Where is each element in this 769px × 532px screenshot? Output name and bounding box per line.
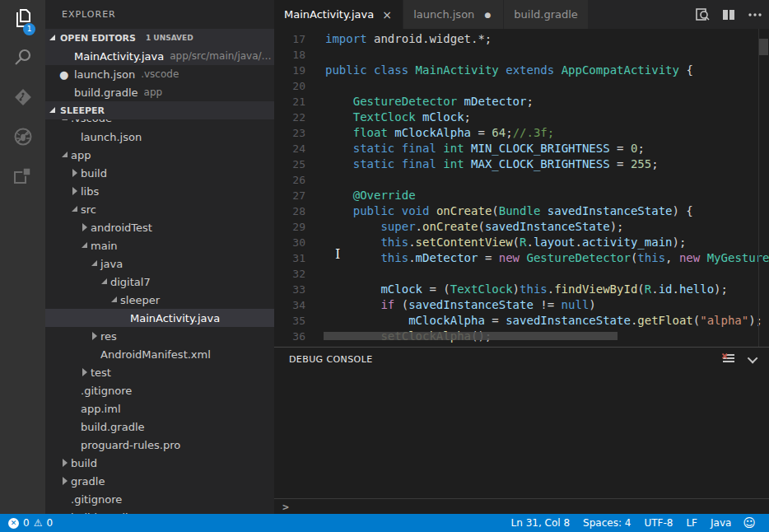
open-editors-list: MainActivity.javaapp/src/main/java/digit… xyxy=(45,47,274,101)
code-line-35[interactable]: 35 mClockAlpha = savedInstanceState.getF… xyxy=(274,313,769,329)
open-editor-item[interactable]: MainActivity.javaapp/src/main/java/digit… xyxy=(45,47,274,65)
code-line-32[interactable]: 32 xyxy=(274,266,769,282)
open-editor-path: .vscode xyxy=(141,68,179,80)
extensions-icon xyxy=(12,166,34,190)
code-line-28[interactable]: 28 public void onCreate(Bundle savedInst… xyxy=(274,203,769,219)
tree-item-digital7[interactable]: digital7 xyxy=(45,273,274,291)
line-content: if (savedInstanceState != null) xyxy=(325,297,596,313)
code-line-29[interactable]: 29 super.onCreate(savedInstanceState); xyxy=(274,219,769,235)
tree-item-res[interactable]: res xyxy=(45,327,274,345)
tree-item-gradle[interactable]: gradle xyxy=(45,472,274,490)
activitybar-debug[interactable] xyxy=(0,119,45,158)
tree-item-proguard-rules.pro[interactable]: proguard-rules.pro xyxy=(45,436,274,454)
tree-item-test[interactable]: test xyxy=(45,363,274,381)
problems-status[interactable]: ✕ 0 ⚠ 0 xyxy=(0,517,53,529)
feedback-smiley-icon[interactable]: ☺ xyxy=(738,516,761,530)
tree-item-app.iml[interactable]: app.iml xyxy=(45,399,274,418)
code-line-23[interactable]: 23 float mClockAlpha = 64;//.3f; xyxy=(274,125,769,141)
open-editor-item[interactable]: ●launch.json.vscode xyxy=(45,65,274,83)
status-item[interactable]: UTF-8 xyxy=(637,517,679,529)
tree-item-java[interactable]: java xyxy=(45,254,274,273)
tree-item-build.gradle[interactable]: build.gradle xyxy=(45,418,274,436)
status-item[interactable]: Java xyxy=(704,517,738,529)
code-line-19[interactable]: 19public class MainActivity extends AppC… xyxy=(274,63,769,78)
status-item[interactable]: Spaces: 4 xyxy=(576,517,637,529)
tree-item-build.gradle[interactable]: build.gradle xyxy=(45,508,274,514)
horizontal-scrollbar[interactable] xyxy=(324,332,618,340)
activity-bar: 1 xyxy=(0,0,45,514)
activitybar-extensions[interactable] xyxy=(0,158,45,198)
tab-build.gradle[interactable]: build.gradle xyxy=(504,0,589,29)
close-icon[interactable]: × xyxy=(381,8,393,21)
tree-section-header[interactable]: SLEEPER xyxy=(45,101,274,119)
clear-console-icon[interactable] xyxy=(722,353,735,365)
code-line-27[interactable]: 27 @Override xyxy=(274,188,769,203)
line-content: public void onCreate(Bundle savedInstanc… xyxy=(325,203,693,219)
line-content: GestureDetector mDetector; xyxy=(325,94,534,110)
code-line-34[interactable]: 34 if (savedInstanceState != null) xyxy=(274,297,769,313)
vertical-scrollbar-thumb[interactable] xyxy=(759,39,768,55)
tree-item-AndroidManifest.xml[interactable]: AndroidManifest.xml xyxy=(45,345,274,363)
activitybar-explorer[interactable]: 1 xyxy=(0,0,45,40)
line-number: 18 xyxy=(274,47,305,63)
code-line-20[interactable]: 20 xyxy=(274,78,769,94)
tree-item-label: MainActivity.java xyxy=(130,312,220,324)
tree-item-build[interactable]: build xyxy=(45,164,274,182)
tree-item-.gitignore[interactable]: .gitignore xyxy=(45,381,274,399)
line-number: 30 xyxy=(274,235,305,250)
tree-item-sleeper[interactable]: sleeper xyxy=(45,291,274,309)
open-editors-header[interactable]: OPEN EDITORS 1 UNSAVED xyxy=(45,29,274,47)
tab-launch.json[interactable]: launch.json● xyxy=(403,0,504,29)
line-number: 28 xyxy=(274,203,305,219)
explorer-sidebar: EXPLORER OPEN EDITORS 1 UNSAVED MainActi… xyxy=(45,0,274,514)
code-line-24[interactable]: 24 static final int MIN_CLOCK_BRIGHTNESS… xyxy=(274,141,769,156)
vertical-scrollbar-track[interactable] xyxy=(758,29,769,347)
status-item[interactable]: Ln 31, Col 8 xyxy=(505,517,577,529)
code-line-31[interactable]: 31 this.mDetector = new GestureDetector(… xyxy=(274,250,769,266)
open-editor-path: app/src/main/java/digit... xyxy=(170,50,274,62)
code-line-17[interactable]: 17import android.widget.*; xyxy=(274,31,769,47)
tree-item-label: proguard-rules.pro xyxy=(81,439,180,451)
tab-debug-console[interactable]: DEBUG CONSOLE xyxy=(289,354,373,365)
open-preview-icon[interactable] xyxy=(695,7,710,22)
tree-item-.gitignore[interactable]: .gitignore xyxy=(45,490,274,508)
tree-item-build[interactable]: build xyxy=(45,454,274,472)
code-line-26[interactable]: 26 xyxy=(274,172,769,188)
status-item[interactable]: LF xyxy=(679,517,704,529)
code-line-33[interactable]: 33 mClock = (TextClock)this.findViewById… xyxy=(274,282,769,297)
code-line-30[interactable]: 30 this.setContentView(R.layout.activity… xyxy=(274,235,769,250)
chevron-down-icon xyxy=(71,205,81,213)
tree-item-libs[interactable]: libs xyxy=(45,182,274,200)
code-line-22[interactable]: 22 TextClock mClock; xyxy=(274,110,769,125)
tree-item-launch.json[interactable]: launch.json xyxy=(45,128,274,146)
tree-item-main[interactable]: main xyxy=(45,236,274,254)
tab-MainActivity.java[interactable]: MainActivity.java× xyxy=(274,0,403,29)
collapse-panel-icon[interactable] xyxy=(750,356,757,363)
line-content: public class MainActivity extends AppCom… xyxy=(325,63,693,78)
more-actions-icon[interactable] xyxy=(748,7,762,22)
tree-item-MainActivity.java[interactable]: MainActivity.java xyxy=(45,309,274,327)
line-number: 22 xyxy=(274,110,305,125)
tree-item-app[interactable]: app xyxy=(45,146,274,164)
code-line-25[interactable]: 25 static final int MAX_CLOCK_BRIGHTNESS… xyxy=(274,156,769,172)
tree-item-.vscode[interactable]: .vscode xyxy=(45,119,274,128)
dirty-dot-icon[interactable]: ● xyxy=(482,11,493,19)
code-line-18[interactable]: 18 xyxy=(274,47,769,63)
warning-count: 0 xyxy=(46,517,53,529)
tab-bar: MainActivity.java×launch.json●build.grad… xyxy=(274,0,769,29)
editor-actions xyxy=(695,0,762,29)
line-number: 25 xyxy=(274,156,305,172)
tree-item-label: gradle xyxy=(71,475,105,488)
tree-item-androidTest[interactable]: androidTest xyxy=(45,218,274,236)
chevron-right-icon xyxy=(61,477,71,485)
code-editor[interactable]: 17import android.widget.*;1819public cla… xyxy=(274,29,769,347)
activitybar-search[interactable] xyxy=(0,40,45,79)
tree-item-src[interactable]: src xyxy=(45,200,274,218)
split-editor-icon[interactable] xyxy=(721,7,736,22)
code-line-21[interactable]: 21 GestureDetector mDetector; xyxy=(274,94,769,110)
debug-console-input[interactable]: > xyxy=(274,498,769,514)
line-number: 27 xyxy=(274,188,305,203)
open-editor-item[interactable]: build.gradleapp xyxy=(45,83,274,101)
activitybar-source-control[interactable] xyxy=(0,79,45,119)
tree-item-label: libs xyxy=(81,185,99,198)
